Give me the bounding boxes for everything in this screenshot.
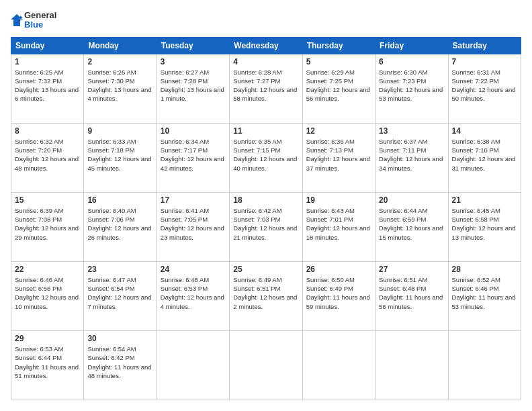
day-number: 18 xyxy=(233,195,298,205)
sunset: Sunset: 7:32 PM xyxy=(15,77,62,85)
sunrise: Sunrise: 6:35 AM xyxy=(233,138,281,145)
day-number: 22 xyxy=(15,265,80,274)
day-info: Sunrise: 6:50 AM Sunset: 6:49 PM Dayligh… xyxy=(306,275,371,311)
daylight: Daylight: 12 hours and 42 minutes. xyxy=(161,155,224,171)
day-cell: 10 Sunrise: 6:34 AM Sunset: 7:17 PM Dayl… xyxy=(157,123,229,192)
sunset: Sunset: 7:25 PM xyxy=(306,77,353,85)
page: General Blue SundayMondayTuesdayWednesda… xyxy=(0,0,532,411)
day-info: Sunrise: 6:25 AM Sunset: 7:32 PM Dayligh… xyxy=(15,68,80,103)
daylight: Daylight: 12 hours and 26 minutes. xyxy=(87,224,151,240)
sunrise: Sunrise: 6:37 AM xyxy=(379,138,427,145)
day-info: Sunrise: 6:52 AM Sunset: 6:46 PM Dayligh… xyxy=(452,275,517,311)
sunset: Sunset: 7:11 PM xyxy=(379,146,426,154)
week-row-4: 22 Sunrise: 6:46 AM Sunset: 6:56 PM Dayl… xyxy=(11,261,521,330)
calendar-table: SundayMondayTuesdayWednesdayThursdayFrid… xyxy=(11,37,521,400)
daylight: Daylight: 12 hours and 58 minutes. xyxy=(233,86,297,102)
day-number: 17 xyxy=(161,195,226,205)
logo-blue: Blue xyxy=(24,20,56,30)
daylight: Daylight: 13 hours and 1 minute. xyxy=(161,86,224,102)
day-info: Sunrise: 6:43 AM Sunset: 7:01 PM Dayligh… xyxy=(306,206,371,242)
sunrise: Sunrise: 6:46 AM xyxy=(15,276,63,283)
day-info: Sunrise: 6:45 AM Sunset: 6:58 PM Dayligh… xyxy=(452,206,517,242)
week-row-1: 1 Sunrise: 6:25 AM Sunset: 7:32 PM Dayli… xyxy=(11,54,521,123)
sunset: Sunset: 7:06 PM xyxy=(87,216,134,223)
day-cell: 29 Sunrise: 6:53 AM Sunset: 6:44 PM Dayl… xyxy=(11,330,84,400)
sunset: Sunset: 7:22 PM xyxy=(452,77,499,85)
daylight: Daylight: 12 hours and 40 minutes. xyxy=(233,155,297,171)
day-info: Sunrise: 6:35 AM Sunset: 7:15 PM Dayligh… xyxy=(233,137,298,173)
daylight: Daylight: 12 hours and 23 minutes. xyxy=(161,224,224,240)
sunset: Sunset: 7:20 PM xyxy=(15,146,62,154)
daylight: Daylight: 11 hours and 51 minutes. xyxy=(15,363,79,379)
sunrise: Sunrise: 6:51 AM xyxy=(379,276,427,283)
day-cell xyxy=(375,330,448,400)
sunset: Sunset: 7:18 PM xyxy=(87,146,134,154)
sunset: Sunset: 7:30 PM xyxy=(87,77,134,85)
day-cell: 9 Sunrise: 6:33 AM Sunset: 7:18 PM Dayli… xyxy=(84,123,157,192)
day-number: 25 xyxy=(233,265,298,274)
col-header-tuesday: Tuesday xyxy=(157,37,229,54)
day-cell: 28 Sunrise: 6:52 AM Sunset: 6:46 PM Dayl… xyxy=(448,261,521,330)
sunset: Sunset: 6:44 PM xyxy=(15,354,62,361)
sunrise: Sunrise: 6:38 AM xyxy=(452,138,500,145)
day-number: 20 xyxy=(379,195,444,205)
sunrise: Sunrise: 6:36 AM xyxy=(306,138,355,145)
sunrise: Sunrise: 6:27 AM xyxy=(161,68,209,76)
sunrise: Sunrise: 6:40 AM xyxy=(87,207,136,214)
day-number: 23 xyxy=(87,265,152,274)
day-number: 30 xyxy=(87,334,152,343)
daylight: Daylight: 13 hours and 4 minutes. xyxy=(87,86,151,102)
sunrise: Sunrise: 6:34 AM xyxy=(161,138,209,145)
day-number: 16 xyxy=(87,195,152,205)
header: General Blue xyxy=(11,11,521,30)
sunrise: Sunrise: 6:41 AM xyxy=(161,207,209,214)
day-cell: 5 Sunrise: 6:29 AM Sunset: 7:25 PM Dayli… xyxy=(302,54,375,123)
sunrise: Sunrise: 6:28 AM xyxy=(233,68,281,76)
daylight: Daylight: 12 hours and 48 minutes. xyxy=(15,155,79,171)
svg-marker-0 xyxy=(11,14,23,26)
day-cell: 11 Sunrise: 6:35 AM Sunset: 7:15 PM Dayl… xyxy=(230,123,302,192)
sunrise: Sunrise: 6:49 AM xyxy=(233,276,281,283)
sunrise: Sunrise: 6:48 AM xyxy=(161,276,209,283)
sunrise: Sunrise: 6:53 AM xyxy=(15,345,63,353)
day-number: 14 xyxy=(452,126,517,136)
sunset: Sunset: 6:51 PM xyxy=(233,285,280,292)
sunset: Sunset: 6:56 PM xyxy=(15,285,62,292)
day-number: 9 xyxy=(87,126,152,136)
sunset: Sunset: 7:17 PM xyxy=(161,146,208,154)
col-header-monday: Monday xyxy=(84,37,157,54)
sunrise: Sunrise: 6:45 AM xyxy=(452,207,500,214)
sunrise: Sunrise: 6:43 AM xyxy=(306,207,355,214)
week-row-5: 29 Sunrise: 6:53 AM Sunset: 6:44 PM Dayl… xyxy=(11,330,521,400)
day-number: 7 xyxy=(452,57,517,66)
day-cell: 19 Sunrise: 6:43 AM Sunset: 7:01 PM Dayl… xyxy=(302,192,375,261)
day-info: Sunrise: 6:46 AM Sunset: 6:56 PM Dayligh… xyxy=(15,275,80,311)
day-info: Sunrise: 6:47 AM Sunset: 6:54 PM Dayligh… xyxy=(87,275,152,311)
day-info: Sunrise: 6:42 AM Sunset: 7:03 PM Dayligh… xyxy=(233,206,298,242)
daylight: Daylight: 12 hours and 13 minutes. xyxy=(452,224,516,240)
day-number: 12 xyxy=(306,126,371,136)
daylight: Daylight: 11 hours and 56 minutes. xyxy=(379,293,443,310)
logo-general: General xyxy=(24,11,56,20)
daylight: Daylight: 13 hours and 6 minutes. xyxy=(15,86,79,102)
day-info: Sunrise: 6:30 AM Sunset: 7:23 PM Dayligh… xyxy=(379,68,444,103)
day-cell: 23 Sunrise: 6:47 AM Sunset: 6:54 PM Dayl… xyxy=(84,261,157,330)
day-number: 15 xyxy=(15,195,80,205)
sunrise: Sunrise: 6:50 AM xyxy=(306,276,355,283)
sunrise: Sunrise: 6:31 AM xyxy=(452,68,500,76)
day-number: 2 xyxy=(87,57,152,66)
daylight: Daylight: 12 hours and 10 minutes. xyxy=(15,293,79,310)
col-header-wednesday: Wednesday xyxy=(230,37,302,54)
daylight: Daylight: 12 hours and 18 minutes. xyxy=(306,224,370,240)
day-cell: 6 Sunrise: 6:30 AM Sunset: 7:23 PM Dayli… xyxy=(375,54,448,123)
day-info: Sunrise: 6:31 AM Sunset: 7:22 PM Dayligh… xyxy=(452,68,517,103)
col-header-thursday: Thursday xyxy=(302,37,375,54)
day-cell: 17 Sunrise: 6:41 AM Sunset: 7:05 PM Dayl… xyxy=(157,192,229,261)
day-cell: 7 Sunrise: 6:31 AM Sunset: 7:22 PM Dayli… xyxy=(448,54,521,123)
col-header-sunday: Sunday xyxy=(11,37,84,54)
day-number: 26 xyxy=(306,265,371,274)
day-number: 3 xyxy=(161,57,226,66)
day-info: Sunrise: 6:49 AM Sunset: 6:51 PM Dayligh… xyxy=(233,275,298,311)
sunset: Sunset: 6:59 PM xyxy=(379,216,426,223)
day-info: Sunrise: 6:32 AM Sunset: 7:20 PM Dayligh… xyxy=(15,137,80,173)
